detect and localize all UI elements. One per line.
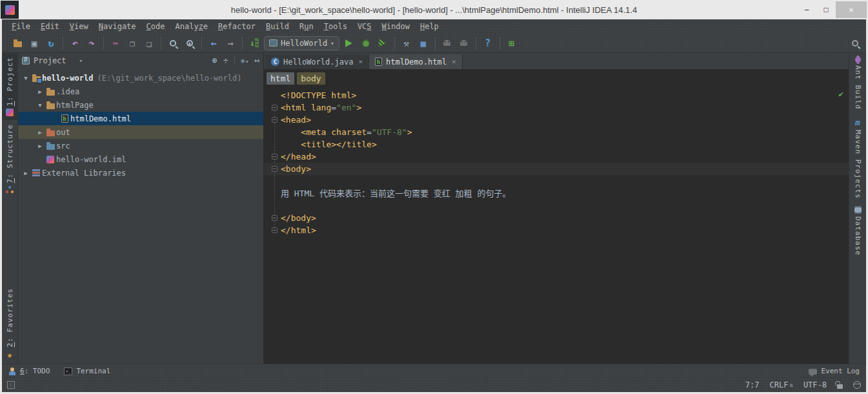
copy-icon[interactable]: ❐ [125, 36, 139, 50]
breadcrumb-body[interactable]: body [297, 72, 325, 85]
run-configuration-select[interactable]: HelloWorld▾ [264, 36, 339, 50]
fold-marker-icon[interactable]: − [272, 154, 278, 160]
fold-marker-icon[interactable]: − [272, 105, 278, 110]
hide-panel-icon[interactable]: ↤ [254, 56, 259, 65]
fold-marker-icon[interactable]: − [272, 227, 278, 233]
tree-collapsed-arrow-icon[interactable]: ▶ [35, 88, 45, 95]
caret-position-widget[interactable]: 7:7 [745, 380, 760, 389]
inspection-status-icon[interactable]: ✔ [838, 89, 843, 99]
undo-icon[interactable]: ↶ [68, 36, 82, 50]
menu-vcs[interactable]: VCS [353, 21, 376, 32]
code-line-12[interactable]: −</html> [264, 224, 849, 236]
open-icon[interactable] [10, 36, 25, 50]
menu-edit[interactable]: Edit [36, 21, 64, 32]
line-ending-widget[interactable]: CRLF ⇅ [770, 380, 793, 389]
tab-helloworld.java[interactable]: CHelloWorld.java× [265, 54, 369, 69]
tree-item-external-libraries[interactable]: ▶External Libraries [18, 166, 263, 180]
toolwindow-button-favorites[interactable]: 2: Favorites★ [2, 284, 17, 364]
code-line-3[interactable]: −<head> [264, 114, 849, 126]
menu-help[interactable]: Help [416, 21, 443, 32]
fold-marker-icon[interactable]: − [272, 215, 278, 221]
locate-icon[interactable]: ⊕ [212, 56, 217, 65]
forward-icon[interactable]: → [223, 36, 237, 50]
run-icon[interactable] [342, 36, 356, 50]
menu-navigate[interactable]: Navigate [94, 21, 141, 32]
project-panel-title[interactable]: Project [34, 56, 66, 65]
tree-expanded-arrow-icon[interactable]: ▼ [35, 102, 45, 109]
menu-run[interactable]: Run [295, 21, 318, 32]
close-button[interactable]: × [836, 1, 867, 18]
project-structure-icon[interactable]: ▦ [416, 36, 430, 50]
collapse-all-icon[interactable]: ÷ [223, 56, 228, 65]
toolwindow-button-structure[interactable]: 7: Structure [2, 120, 17, 197]
tab-close-icon[interactable]: × [452, 57, 456, 66]
project-view-dropdown-icon[interactable]: ▾ [79, 57, 83, 64]
toolwindow-button-project[interactable]: 1: Project [2, 53, 17, 120]
synchronize-icon[interactable]: ↻ [44, 36, 58, 50]
tree-collapsed-arrow-icon[interactable]: ▶ [21, 170, 30, 176]
code-line-10[interactable] [264, 200, 849, 212]
hector-inspector-icon[interactable] [853, 381, 861, 389]
back-icon[interactable]: ← [207, 36, 221, 50]
tree-item-hello-world-iml[interactable]: hello-world.iml [18, 152, 263, 166]
code-line-1[interactable]: <!DOCTYPE html> [264, 89, 849, 101]
coverage-icon[interactable] [376, 36, 390, 50]
code-line-7[interactable]: −<body> [264, 163, 849, 175]
menu-code[interactable]: Code [142, 21, 170, 32]
tree-item-htmlpage[interactable]: ▼htmlPage [18, 98, 263, 112]
toolwindow-button-maven-projects[interactable]: mMaven Projects [849, 114, 866, 203]
redo-icon[interactable]: ↷ [85, 36, 99, 50]
settings-icon[interactable]: ⚒ [399, 36, 414, 50]
code-line-4[interactable]: <meta charset="UTF-8"> [264, 126, 849, 138]
update-sources-icon[interactable]: ↓01 10 01 [247, 36, 261, 50]
menu-window[interactable]: Window [378, 21, 414, 32]
tree-item-out[interactable]: ▶out [18, 125, 263, 139]
help-icon[interactable]: ? [481, 36, 495, 50]
tree-collapsed-arrow-icon[interactable]: ▶ [35, 143, 45, 149]
menu-build[interactable]: Build [261, 21, 294, 32]
toolwindow-toggle-icon[interactable] [7, 381, 15, 389]
code-area[interactable]: <!DOCTYPE html>−<html lang="en">−<head> … [264, 87, 849, 364]
toolwindow-button-todo[interactable]: 6: TODO [8, 367, 50, 375]
toolwindow-button-ant-build[interactable]: Ant Build [849, 53, 866, 114]
fold-marker-icon[interactable]: − [272, 166, 278, 172]
menu-file[interactable]: File [7, 21, 35, 32]
code-line-9[interactable]: 用 HTML 代码来表示：当前这一句需要 变红 加粗 的句子。 [264, 187, 849, 200]
menu-view[interactable]: View [65, 21, 93, 32]
tab-close-icon[interactable]: × [358, 57, 363, 66]
code-line-5[interactable]: <title></title> [264, 138, 849, 150]
debug-icon[interactable] [359, 36, 373, 50]
breadcrumb-html[interactable]: html [267, 72, 294, 85]
fold-marker-icon[interactable]: − [272, 117, 278, 123]
minimize-button[interactable]: – [797, 3, 816, 17]
tree-item-src[interactable]: ▶src [18, 139, 263, 152]
tree-item-hello-world[interactable]: ▼hello-world (E:\git_work_space\hello-wo… [18, 71, 263, 85]
find-icon[interactable] [166, 36, 180, 50]
code-line-11[interactable]: −</body> [264, 212, 849, 224]
tree-item-htmldemo-html[interactable]: hhtmlDemo.html [18, 112, 263, 125]
unlock-icon[interactable] [837, 384, 843, 389]
tree-expanded-arrow-icon[interactable]: ▼ [21, 75, 30, 81]
paste-icon[interactable]: ❑ [142, 36, 156, 50]
maximize-button[interactable]: □ [816, 3, 836, 17]
android-sync-icon[interactable] [440, 36, 454, 50]
menu-analyze[interactable]: Analyze [171, 21, 213, 32]
gear-icon[interactable]: ✳▾ [241, 56, 249, 65]
android-monitor-icon[interactable] [457, 36, 471, 50]
event-log-button[interactable]: Event Log [809, 367, 860, 375]
cut-icon[interactable]: ✂ [108, 36, 123, 50]
replace-icon[interactable]: A [183, 36, 197, 50]
tree-item--idea[interactable]: ▶.idea [18, 85, 263, 98]
tree-collapsed-arrow-icon[interactable]: ▶ [35, 129, 45, 136]
menu-tools[interactable]: Tools [319, 21, 352, 32]
code-line-6[interactable]: −</head> [264, 150, 849, 163]
code-line-8[interactable] [264, 175, 849, 187]
toolwindow-button-database[interactable]: Database [849, 202, 866, 260]
menu-refactor[interactable]: Refactor [214, 21, 260, 32]
sdk-manager-icon[interactable]: ⊞ [505, 36, 519, 50]
toolwindow-button-terminal[interactable]: >_Terminal [64, 367, 110, 375]
search-everywhere-icon[interactable] [848, 36, 862, 50]
save-all-icon[interactable]: ▣ [27, 36, 41, 50]
code-line-2[interactable]: −<html lang="en"> [264, 101, 849, 114]
tab-htmldemo.html[interactable]: hhtmlDemo.html× [369, 54, 463, 69]
